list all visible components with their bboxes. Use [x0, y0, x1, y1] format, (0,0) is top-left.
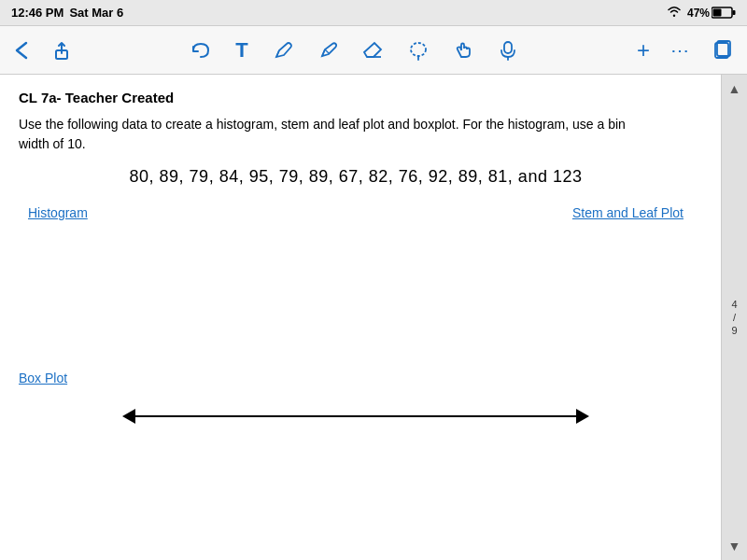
marker-tool-button[interactable] [314, 36, 342, 64]
pages-button[interactable] [708, 36, 736, 64]
status-right: 47% [667, 6, 736, 20]
status-bar: 12:46 PM Sat Mar 6 47% [0, 0, 747, 26]
scrollbar: ▲ 4 / 9 ▼ [721, 75, 747, 560]
battery-icon [712, 7, 736, 19]
total-pages: 9 [731, 325, 737, 336]
status-left: 12:46 PM Sat Mar 6 [11, 6, 123, 20]
arrow-container [19, 409, 693, 424]
back-button[interactable] [11, 37, 32, 63]
text-tool-button[interactable]: T [232, 35, 251, 66]
scroll-down-button[interactable]: ▼ [723, 536, 747, 556]
content-wrapper: CL 7a- Teacher Created Use the following… [0, 75, 747, 560]
hand-tool-button[interactable] [450, 36, 478, 64]
svg-point-7 [411, 43, 426, 56]
battery-indicator: 47% [687, 7, 736, 20]
eraser-tool-button[interactable] [359, 36, 387, 64]
svg-rect-2 [733, 10, 736, 15]
undo-button[interactable] [187, 38, 215, 63]
lasso-tool-button[interactable] [403, 36, 433, 64]
toolbar-left [11, 37, 75, 63]
stem-leaf-label: Stem and Leaf Plot [572, 205, 684, 220]
right-arrowhead [576, 409, 589, 424]
box-plot-axis [122, 409, 589, 424]
toolbar-center: T [187, 35, 520, 66]
left-arrowhead [122, 409, 135, 424]
axis-line [135, 415, 576, 417]
current-page: 4 [731, 299, 737, 310]
more-button[interactable]: ⋯ [667, 35, 695, 65]
time-display: 12:46 PM [11, 6, 63, 20]
pen-tool-button[interactable] [269, 36, 297, 64]
date-display: Sat Mar 6 [69, 6, 123, 20]
histogram-label: Histogram [28, 205, 88, 220]
page-info: 4 / 9 [731, 299, 737, 336]
add-button[interactable]: + [633, 34, 654, 67]
section-labels: Histogram Stem and Leaf Plot [19, 205, 693, 220]
box-plot-section: Box Plot [19, 370, 693, 386]
svg-rect-1 [713, 9, 722, 17]
document-title: CL 7a- Teacher Created [19, 90, 693, 105]
share-button[interactable] [49, 37, 75, 63]
toolbar-right: + ⋯ [633, 34, 736, 67]
svg-rect-8 [504, 42, 512, 53]
wifi-icon [667, 6, 682, 20]
mic-button[interactable] [495, 36, 521, 64]
svg-line-4 [325, 49, 329, 53]
scroll-up-button[interactable]: ▲ [723, 78, 747, 99]
box-plot-label: Box Plot [19, 371, 67, 385]
plot-area-top [19, 231, 693, 362]
document-instructions: Use the following data to create a histo… [19, 115, 654, 154]
svg-marker-5 [364, 43, 381, 57]
data-values: 80, 89, 79, 84, 95, 79, 89, 67, 82, 76, … [19, 167, 693, 187]
toolbar: T [0, 26, 747, 75]
page-area: CL 7a- Teacher Created Use the following… [0, 75, 721, 560]
page-slash: / [733, 312, 736, 323]
battery-percentage: 47% [687, 7, 710, 20]
